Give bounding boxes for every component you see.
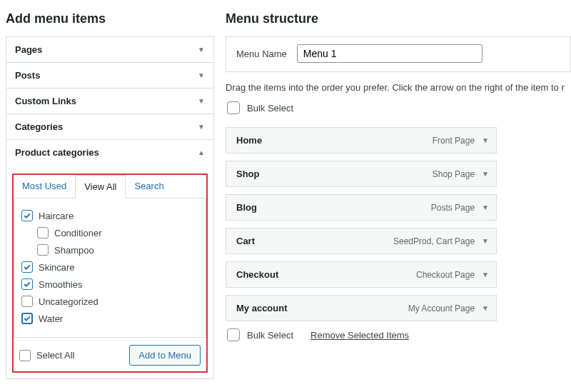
triangle-up-icon: ▲ bbox=[198, 149, 205, 156]
accordion-pages-label: Pages bbox=[15, 44, 42, 55]
category-water-label: Water bbox=[39, 313, 63, 324]
add-to-menu-button[interactable]: Add to Menu bbox=[129, 345, 201, 366]
checkbox-water[interactable] bbox=[21, 313, 33, 324]
checkbox-uncategorized[interactable] bbox=[21, 296, 33, 307]
category-conditioner-label: Conditioner bbox=[54, 228, 102, 238]
category-skincare-label: Skincare bbox=[39, 262, 75, 273]
menu-item-cart[interactable]: Cart SeedProd, Cart Page ▼ bbox=[226, 228, 497, 254]
remove-selected-link: Remove Selected Items bbox=[310, 330, 409, 341]
triangle-down-icon[interactable]: ▼ bbox=[482, 238, 489, 245]
tab-search[interactable]: Search bbox=[126, 175, 172, 198]
accordion-categories[interactable]: Categories ▼ bbox=[6, 114, 213, 139]
accordion-categories-label: Categories bbox=[15, 121, 63, 132]
menu-structure-heading: Menu structure bbox=[226, 11, 571, 26]
accordion-product-categories[interactable]: Product categories ▲ bbox=[6, 140, 213, 165]
menu-item-type: Checkout Page bbox=[416, 270, 475, 280]
triangle-down-icon: ▼ bbox=[198, 124, 205, 131]
category-list: Haircare Conditioner Shampoo Skincare bbox=[14, 198, 206, 338]
menu-item-title: Blog bbox=[236, 202, 431, 213]
triangle-down-icon[interactable]: ▼ bbox=[482, 137, 489, 144]
bulk-select-bottom-label: Bulk Select bbox=[247, 330, 293, 341]
menu-item-title: Home bbox=[236, 135, 433, 146]
accordion-custom-links[interactable]: Custom Links ▼ bbox=[6, 89, 213, 114]
menu-item-title: My account bbox=[236, 303, 408, 313]
menu-item-my-account[interactable]: My account My Account Page ▼ bbox=[226, 295, 497, 321]
menu-item-type: Shop Page bbox=[433, 169, 475, 179]
checkbox-smoothies[interactable] bbox=[21, 278, 33, 290]
checkbox-haircare[interactable] bbox=[21, 210, 33, 221]
accordion-product-categories-label: Product categories bbox=[15, 147, 99, 158]
menu-name-input[interactable] bbox=[297, 44, 482, 63]
checkbox-conditioner[interactable] bbox=[37, 227, 49, 238]
triangle-down-icon[interactable]: ▼ bbox=[482, 171, 489, 178]
category-shampoo-label: Shampoo bbox=[54, 245, 94, 256]
tab-most-used[interactable]: Most Used bbox=[14, 175, 75, 198]
triangle-down-icon[interactable]: ▼ bbox=[482, 305, 489, 312]
menu-name-label: Menu Name bbox=[236, 49, 287, 59]
menu-item-type: SeedProd, Cart Page bbox=[393, 236, 475, 246]
checkbox-bulk-select-bottom[interactable] bbox=[227, 328, 240, 341]
checkbox-bulk-select-top[interactable] bbox=[227, 101, 240, 114]
drag-instructions: Drag the items into the order you prefer… bbox=[226, 82, 571, 93]
category-haircare-label: Haircare bbox=[39, 211, 74, 221]
menu-item-blog[interactable]: Blog Posts Page ▼ bbox=[226, 194, 497, 221]
accordion-posts[interactable]: Posts ▼ bbox=[6, 63, 213, 88]
bulk-select-top-label: Bulk Select bbox=[247, 103, 293, 114]
menu-item-home[interactable]: Home Front Page ▼ bbox=[226, 127, 497, 154]
accordion-pages[interactable]: Pages ▼ bbox=[6, 37, 213, 62]
add-menu-items-heading: Add menu items bbox=[6, 11, 214, 26]
triangle-down-icon[interactable]: ▼ bbox=[482, 271, 489, 278]
menu-item-type: Posts Page bbox=[431, 203, 475, 213]
select-all-label: Select All bbox=[36, 350, 74, 361]
accordion-posts-label: Posts bbox=[15, 70, 40, 81]
triangle-down-icon[interactable]: ▼ bbox=[482, 204, 489, 211]
menu-name-row: Menu Name bbox=[226, 36, 571, 72]
checkbox-shampoo[interactable] bbox=[37, 244, 49, 256]
triangle-down-icon: ▼ bbox=[198, 72, 205, 79]
product-categories-highlight: Most Used View All Search Haircare Condi… bbox=[12, 174, 208, 373]
menu-item-title: Cart bbox=[236, 236, 393, 246]
tab-view-all[interactable]: View All bbox=[75, 175, 126, 198]
category-smoothies-label: Smoothies bbox=[39, 279, 82, 290]
triangle-down-icon: ▼ bbox=[198, 98, 205, 105]
checkbox-select-all[interactable] bbox=[19, 350, 31, 361]
menu-item-title: Checkout bbox=[236, 269, 416, 280]
category-uncategorized-label: Uncategorized bbox=[39, 296, 98, 307]
triangle-down-icon: ▼ bbox=[198, 46, 205, 54]
accordion-custom-links-label: Custom Links bbox=[15, 96, 76, 106]
menu-item-type: My Account Page bbox=[408, 303, 475, 313]
menu-item-shop[interactable]: Shop Shop Page ▼ bbox=[226, 161, 497, 187]
menu-item-title: Shop bbox=[236, 169, 433, 179]
menu-item-checkout[interactable]: Checkout Checkout Page ▼ bbox=[226, 261, 497, 288]
checkbox-skincare[interactable] bbox=[21, 261, 33, 273]
menu-item-type: Front Page bbox=[433, 136, 475, 146]
